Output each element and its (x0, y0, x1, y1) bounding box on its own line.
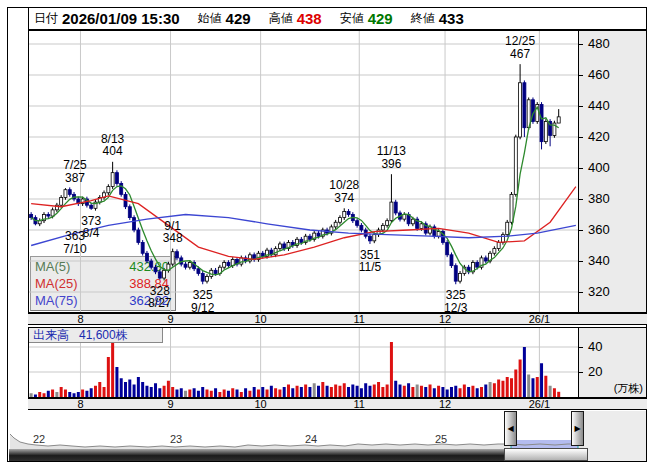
navigator-right-handle[interactable]: ▶ (571, 411, 584, 446)
quote-header: 日付 2026/01/09 15:30 始値 429 高値 438 安値 429… (28, 7, 647, 30)
volume-tick-label: 40 (588, 339, 602, 354)
month-label: 12 (430, 399, 460, 410)
month-label: 9 (156, 399, 186, 410)
candles-group (30, 64, 561, 284)
price-tick-label: 340 (588, 253, 610, 268)
month-label: 9 (156, 314, 186, 325)
year-label: 25 (435, 433, 447, 445)
price-tick (579, 44, 583, 45)
month-label: 10 (246, 399, 276, 410)
scrollbar-track-right[interactable] (588, 449, 646, 461)
price-tick (579, 75, 583, 76)
history-navigator[interactable]: 22232425 (9, 411, 646, 449)
ma5-line (31, 107, 559, 275)
month-axis-main: 8910111226/1 (28, 313, 647, 325)
close-label: 終値 (411, 10, 435, 27)
month-label: 8 (65, 314, 95, 325)
volume-chart-panel: 出来高 41,600株 (万株) 4020 (28, 327, 647, 398)
month-axis-volume: 8910111226/1 (28, 398, 647, 410)
navigator-left-handle[interactable]: ◀ (504, 411, 517, 446)
volume-tick-label: 20 (588, 364, 602, 379)
high-value: 438 (297, 10, 322, 27)
price-tick (579, 168, 583, 169)
navigator-svg (9, 411, 646, 449)
price-tick (579, 106, 583, 107)
volume-label: 出来高 (33, 327, 69, 344)
month-label: 26/1 (524, 399, 554, 410)
year-label: 24 (305, 433, 317, 445)
low-value: 429 (368, 10, 393, 27)
price-tick (579, 199, 583, 200)
month-label: 26/1 (524, 314, 554, 325)
scrollbar-thumb[interactable] (504, 448, 588, 461)
year-label: 22 (33, 433, 45, 445)
volume-chart-plot[interactable]: 出来高 41,600株 (29, 328, 579, 397)
open-value: 429 (226, 10, 251, 27)
close-value: 433 (439, 10, 464, 27)
price-tick-label: 360 (588, 222, 610, 237)
month-label: 11 (344, 399, 374, 410)
month-label: 12 (430, 314, 460, 325)
price-tick-label: 320 (588, 284, 610, 299)
price-tick-label: 380 (588, 191, 610, 206)
price-axis: 480460440420400380360340320 (579, 31, 646, 312)
price-tick-label: 480 (588, 36, 610, 51)
volume-bars-group (30, 340, 561, 398)
price-tick-label: 460 (588, 67, 610, 82)
date-value: 2026/01/09 15:30 (62, 10, 180, 27)
volume-value: 41,600株 (79, 327, 128, 344)
month-label: 8 (65, 399, 95, 410)
price-tick-label: 440 (588, 98, 610, 113)
low-label: 安値 (340, 10, 364, 27)
price-chart-plot[interactable]: MA(5) 432.80 MA(25) 388.84 MA(75) 362.92… (29, 31, 579, 312)
volume-axis: (万株) 4020 (579, 328, 646, 397)
price-tick-label: 400 (588, 160, 610, 175)
volume-label-box: 出来高 41,600株 (29, 328, 163, 343)
date-label: 日付 (34, 10, 58, 27)
scrollbar-track-left[interactable] (9, 449, 504, 461)
volume-tick (579, 347, 583, 348)
month-label: 10 (246, 314, 276, 325)
right-arrow-icon: ▶ (574, 424, 580, 433)
price-tick-label: 420 (588, 129, 610, 144)
price-chart-svg (29, 31, 578, 312)
price-tick (579, 230, 583, 231)
left-arrow-icon: ◀ (507, 424, 513, 433)
month-label: 11 (344, 314, 374, 325)
price-tick (579, 292, 583, 293)
open-label: 始値 (198, 10, 222, 27)
price-tick (579, 261, 583, 262)
volume-unit-label: (万株) (614, 381, 643, 396)
high-label: 高値 (269, 10, 293, 27)
volume-tick (579, 372, 583, 373)
price-chart-panel: MA(5) 432.80 MA(25) 388.84 MA(75) 362.92… (28, 30, 647, 313)
price-tick (579, 137, 583, 138)
year-label: 23 (170, 433, 182, 445)
